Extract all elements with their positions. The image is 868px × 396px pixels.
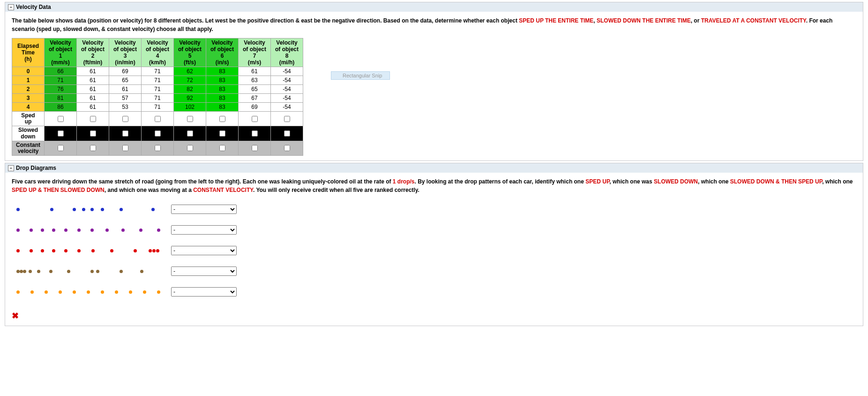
data-cell: 86 [45, 103, 77, 112]
answer-checkbox[interactable] [219, 145, 225, 151]
answer-checkbox[interactable] [284, 130, 290, 137]
data-cell: 83 [206, 76, 239, 85]
oil-drop [77, 249, 81, 252]
checkbox-cell [271, 141, 303, 155]
drop-body: Five cars were driving down the same str… [5, 173, 863, 326]
answer-checkbox[interactable] [122, 116, 128, 122]
answer-checkbox[interactable] [122, 130, 128, 137]
time-cell: 3 [12, 94, 45, 103]
answer-checkbox[interactable] [187, 145, 193, 151]
pattern-select[interactable]: - [171, 225, 237, 235]
oil-drop [16, 290, 20, 294]
data-cell: 53 [109, 103, 142, 112]
pattern-select[interactable]: - [171, 267, 237, 276]
answer-checkbox[interactable] [90, 116, 96, 122]
answer-checkbox[interactable] [187, 116, 193, 122]
answer-checkbox[interactable] [122, 145, 128, 151]
oil-drop [105, 228, 109, 232]
answer-checkbox[interactable] [252, 116, 258, 122]
oil-drop [59, 290, 62, 294]
oil-drop [115, 290, 118, 294]
data-cell: 71 [142, 103, 174, 112]
data-cell: -54 [271, 67, 303, 76]
checkbox-cell [206, 126, 239, 141]
drop-pattern [12, 282, 166, 302]
oil-drop [30, 290, 34, 294]
answer-checkbox[interactable] [58, 116, 64, 122]
drop-pattern [12, 199, 166, 220]
checkbox-cell [174, 126, 206, 141]
oil-drop [151, 208, 155, 211]
checkbox-cell [109, 112, 142, 126]
checkbox-cell [109, 126, 142, 141]
answer-checkbox[interactable] [252, 130, 258, 137]
data-cell: 71 [142, 85, 174, 94]
checkbox-cell [271, 126, 303, 141]
pattern-select[interactable]: - [171, 246, 237, 255]
oil-drop [129, 290, 132, 294]
answer-checkbox[interactable] [58, 145, 64, 151]
drop-pattern [12, 240, 166, 261]
answer-checkbox[interactable] [219, 116, 225, 122]
checkbox-cell [45, 141, 77, 155]
checkbox-cell [239, 126, 271, 141]
oil-drop [50, 208, 53, 211]
answer-checkbox[interactable] [284, 116, 290, 122]
answer-checkbox[interactable] [155, 145, 161, 151]
pattern-select[interactable]: - [171, 205, 237, 214]
data-cell: 76 [45, 85, 77, 94]
checkbox-cell [77, 112, 109, 126]
checkbox-cell [77, 126, 109, 141]
data-cell: 61 [77, 67, 109, 76]
answer-checkbox[interactable] [219, 130, 225, 137]
answer-checkbox[interactable] [155, 116, 161, 122]
drop-section: − Drop Diagrams Five cars were driving d… [5, 163, 863, 326]
velocity-title: Velocity Data [16, 4, 51, 10]
oil-drop [41, 249, 44, 252]
data-cell: 102 [174, 103, 206, 112]
time-cell: 2 [12, 85, 45, 94]
oil-drop [110, 249, 113, 252]
data-cell: 69 [239, 103, 271, 112]
oil-drop [45, 290, 48, 294]
oil-drop [30, 228, 33, 232]
data-cell: 72 [174, 76, 206, 85]
checkbox-cell [174, 141, 206, 155]
oil-drop [20, 270, 23, 273]
oil-drop [152, 249, 156, 252]
answer-checkbox[interactable] [90, 145, 96, 151]
oil-drop [87, 290, 90, 294]
time-header: ElapsedTime(h) [12, 38, 45, 67]
answer-checkbox[interactable] [187, 130, 193, 137]
oil-drop [16, 270, 20, 273]
col-header-1: Velocityof object1(mm/s) [45, 38, 77, 67]
data-cell: 69 [109, 67, 142, 76]
oil-drop [16, 228, 20, 232]
oil-drop [73, 290, 76, 294]
answer-checkbox[interactable] [252, 145, 258, 151]
velocity-instructions: The table below shows data (position or … [12, 16, 856, 33]
oil-drop [67, 270, 70, 273]
time-cell: 1 [12, 76, 45, 85]
oil-drop [73, 208, 76, 211]
collapse-icon[interactable]: − [8, 165, 14, 171]
collapse-icon[interactable]: − [8, 4, 14, 10]
answer-checkbox[interactable] [155, 130, 161, 137]
data-cell: 61 [77, 103, 109, 112]
oil-drop [140, 270, 143, 273]
answer-checkbox[interactable] [284, 145, 290, 151]
answer-checkbox[interactable] [58, 130, 64, 137]
col-header-8: Velocityof object8(mi/h) [271, 38, 303, 67]
velocity-table: ElapsedTime(h)Velocityof object1(mm/s)Ve… [12, 38, 303, 156]
oil-drop [52, 228, 55, 232]
pattern-select[interactable]: - [171, 287, 237, 297]
drop-pattern [12, 220, 166, 240]
data-cell: 83 [206, 103, 239, 112]
oil-drop [52, 249, 55, 252]
velocity-section: − Velocity Data The table below shows da… [5, 2, 863, 161]
answer-checkbox[interactable] [90, 130, 96, 137]
oil-drop [157, 290, 160, 294]
oil-drop [37, 270, 40, 273]
data-cell: 71 [142, 67, 174, 76]
data-cell: 67 [239, 94, 271, 103]
